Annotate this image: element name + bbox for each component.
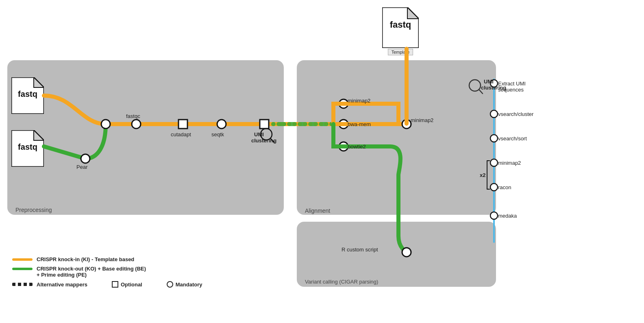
svg-text:medaka: medaka <box>498 213 517 219</box>
legend-ko-text-2: + Prime editing (PE) <box>37 272 87 278</box>
variant-label: Variant calling (CIGAR parsing) <box>305 279 378 285</box>
svg-marker-7 <box>407 7 419 19</box>
svg-marker-1 <box>34 77 44 87</box>
pipeline-diagram: Preprocessing Alignment Variant calling … <box>0 0 644 323</box>
fastq-template-icon: fastq Template <box>382 7 419 55</box>
preprocessing-label: Preprocessing <box>15 207 52 213</box>
legend-mandatory-circle <box>167 281 173 288</box>
svg-text:Extract UMI: Extract UMI <box>498 81 526 87</box>
legend-optional-text: Optional <box>121 282 142 288</box>
fastq-icon-2: fastq <box>11 130 44 167</box>
legend: CRISPR knock-in (KI) - Template based CR… <box>12 256 215 291</box>
alignment-label: Alignment <box>305 207 330 214</box>
svg-text:vsearch/sort: vsearch/sort <box>498 135 527 142</box>
svg-text:racon: racon <box>498 184 511 190</box>
legend-optional-square <box>112 281 118 288</box>
fastq-label-2: fastq <box>11 142 44 152</box>
alignment-box <box>297 60 496 215</box>
legend-mandatory: Mandatory <box>167 281 202 288</box>
legend-ki: CRISPR knock-in (KI) - Template based <box>12 256 215 262</box>
fastq-template-sublabel: Template <box>388 49 413 55</box>
legend-ko-text: CRISPR knock-out (KO) + Base editing (BE… <box>37 266 146 272</box>
legend-dashed-line <box>12 283 33 286</box>
preprocessing-box <box>7 60 284 215</box>
svg-marker-3 <box>34 130 44 140</box>
svg-text:sequences: sequences <box>498 87 524 93</box>
legend-ko-line <box>12 268 33 270</box>
legend-mandatory-text: Mandatory <box>176 282 202 288</box>
legend-optional: Optional <box>112 281 142 288</box>
fastq-template-text: fastq <box>382 20 419 30</box>
svg-text:vsearch/cluster: vsearch/cluster <box>498 111 534 117</box>
fastq-icon-1: fastq <box>11 77 44 114</box>
legend-alt: Alternative mappers <box>12 281 87 288</box>
legend-ki-text: CRISPR knock-in (KI) - Template based <box>37 256 134 262</box>
legend-ko-2: + Prime editing (PE) <box>37 272 215 278</box>
variant-calling-box <box>297 222 496 287</box>
legend-ko: CRISPR knock-out (KO) + Base editing (BE… <box>12 266 215 272</box>
legend-alt-text: Alternative mappers <box>37 282 87 288</box>
svg-text:minimap2: minimap2 <box>498 160 521 166</box>
fastq-label-1: fastq <box>11 89 44 99</box>
legend-ki-line <box>12 258 33 261</box>
